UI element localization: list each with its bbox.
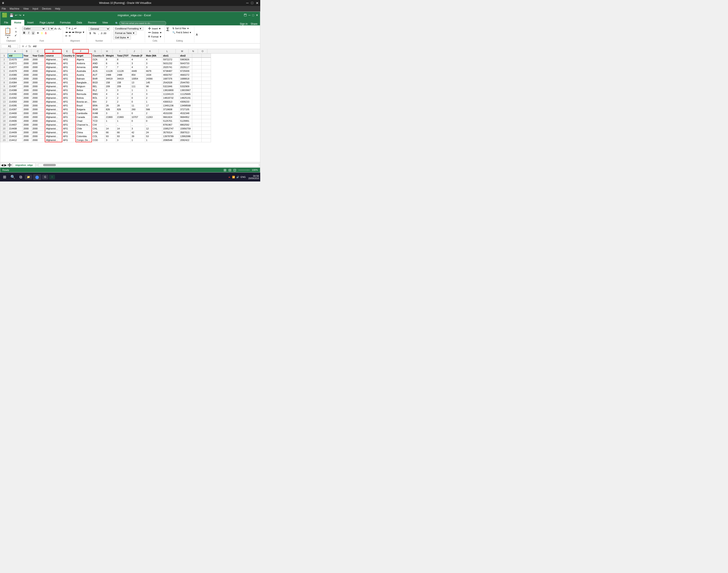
cell-r2-c3[interactable]: 2000 — [32, 58, 45, 61]
cell-r8-c13[interactable]: 2544783 — [179, 81, 192, 85]
cell-r3-c14[interactable] — [192, 61, 201, 65]
collapse-icon[interactable]: ∧ — [196, 33, 198, 37]
cell-r14-c11[interactable]: 17 — [145, 104, 162, 107]
excel-winbtn-box[interactable]: 🗔 — [244, 13, 247, 17]
cell-r19-c9[interactable]: .. — [116, 123, 131, 127]
cell-r2-c5[interactable]: AFG — [62, 58, 76, 61]
cell-r11-c7[interactable]: BMU — [92, 92, 105, 96]
cell-r21-c7[interactable]: CHN — [92, 131, 105, 134]
cell-r4-c14[interactable] — [192, 65, 201, 69]
align-bottom-btn[interactable]: ⊥ — [71, 27, 73, 30]
cell-r2-c10[interactable]: 4 — [131, 58, 145, 61]
col-header-G[interactable]: G — [89, 49, 102, 53]
undo-icon[interactable]: ↩ — [15, 13, 17, 17]
insert-cells-btn[interactable]: ➕ Insert ▼ — [147, 27, 162, 30]
col-header-F[interactable]: F — [73, 49, 89, 53]
cell-r19-c7[interactable]: CHI — [92, 123, 105, 127]
cell-r16-c11[interactable]: 2 — [145, 111, 162, 115]
cell-r22-c3[interactable]: 2000 — [32, 134, 45, 138]
cell-r3-c10[interactable]: 3 — [131, 61, 145, 65]
italic-button[interactable]: I — [27, 31, 30, 35]
cell-r21-c3[interactable]: 2000 — [32, 131, 45, 134]
cell-r18-c7[interactable]: TCD — [92, 119, 105, 123]
network-icon[interactable]: 📶 — [232, 176, 235, 178]
cell-r16-c6[interactable]: Cambodia — [76, 111, 92, 115]
cell-r11-c3[interactable]: 2000 — [32, 92, 45, 96]
cell-r6-c8[interactable]: 2488 — [105, 73, 116, 77]
cell-r2-c4[interactable]: Afghanist… — [45, 58, 62, 61]
format-as-table-btn[interactable]: Format as Table ▼ — [113, 31, 137, 35]
cell-r14-c4[interactable]: Afghanist… — [45, 104, 62, 107]
cell-r17-c1[interactable]: 214402 — [8, 115, 22, 119]
delete-cells-btn[interactable]: ➖ Delete ▼ — [147, 31, 163, 34]
cell-r8-c10[interactable]: 13 — [131, 81, 145, 85]
tab-insert[interactable]: Insert — [24, 20, 37, 25]
cell-r17-c7[interactable]: CAN — [92, 115, 105, 119]
cell-r6-c14[interactable] — [192, 73, 201, 77]
cell-r2-c1[interactable]: 214370 — [8, 58, 22, 61]
cell-r13-c2[interactable]: 2000 — [22, 100, 32, 104]
cell-r23-c14[interactable] — [192, 138, 201, 142]
cell-r13-c15[interactable] — [201, 100, 211, 104]
col-header-D[interactable]: D — [45, 49, 62, 53]
col-header-N[interactable]: N — [189, 49, 198, 53]
vm-menu-machine[interactable]: Machine — [10, 7, 19, 10]
cell-r4-c2[interactable]: 2000 — [22, 65, 32, 69]
cell-styles-btn[interactable]: Cell Styles ▼ — [113, 36, 131, 40]
cell-r14-c14[interactable] — [192, 104, 201, 107]
tab-home[interactable]: Home — [11, 20, 24, 25]
minimize-btn[interactable]: ─ — [246, 1, 249, 5]
col-header-C[interactable]: C — [31, 49, 45, 53]
decrease-font-btn[interactable]: A↓ — [58, 27, 61, 30]
cell-r21-c4[interactable]: Afghanist… — [45, 131, 62, 134]
cell-r7-c11[interactable]: 24366 — [145, 77, 162, 81]
cell-r12-c11[interactable]: 2 — [145, 96, 162, 100]
cell-r22-c15[interactable] — [201, 134, 211, 138]
cell-r4-c6[interactable]: Armenia — [76, 65, 92, 69]
excel-taskbar-btn[interactable]: X — [49, 175, 55, 179]
cell-r12-c13[interactable]: 14825191 — [179, 96, 192, 100]
cell-r20-c8[interactable]: 14 — [105, 127, 116, 131]
cell-r23-c7[interactable]: COD — [92, 138, 105, 142]
cell-r12-c12[interactable]: 14818732 — [162, 96, 179, 100]
cell-r23-c2[interactable]: 2000 — [22, 138, 32, 142]
sheet-nav-left[interactable]: ◀ — [1, 163, 3, 167]
align-center-btn[interactable]: ⬌ — [69, 31, 71, 34]
cell-r22-c14[interactable] — [192, 134, 201, 138]
col-header-J[interactable]: J — [127, 49, 142, 53]
cell-r19-c8[interactable]: .. — [105, 123, 116, 127]
cell-r13-c13[interactable]: 4309233 — [179, 100, 192, 104]
cell-r3-c7[interactable]: AND — [92, 61, 105, 65]
conditional-formatting-btn[interactable]: Conditional Formatting ▼ — [113, 27, 144, 31]
delete-dropdown[interactable]: ▼ — [160, 31, 162, 34]
cell-r19-c2[interactable]: 2000 — [22, 123, 32, 127]
close-btn[interactable]: ✕ — [256, 1, 259, 5]
cell-r7-c8[interactable]: 34419 — [105, 77, 116, 81]
cell-r5-c3[interactable]: 2000 — [32, 69, 45, 73]
cell-r16-c2[interactable]: 2000 — [22, 111, 32, 115]
chrome-btn[interactable]: ⬤ — [33, 174, 41, 180]
cell-r15-c5[interactable]: AFG — [62, 107, 76, 111]
align-top-btn[interactable]: ⊤ — [65, 27, 68, 30]
cell-r17-c13[interactable]: 9684952 — [179, 115, 192, 119]
header-cell-11[interactable]: Male [MA — [145, 54, 162, 58]
cell-r6-c13[interactable]: 4660272 — [179, 73, 192, 77]
cell-r2-c6[interactable]: Algeria — [76, 58, 92, 61]
cell-r11-c1[interactable]: 214390 — [8, 92, 22, 96]
cell-r9-c3[interactable]: 2000 — [32, 85, 45, 88]
cell-r8-c7[interactable]: BGD — [92, 81, 105, 85]
cell-r18-c3[interactable]: 2000 — [32, 119, 45, 123]
sheet-tab-migration-edge[interactable]: migration_edge — [13, 163, 36, 167]
cell-r3-c6[interactable]: Andorra — [76, 61, 92, 65]
cell-r23-c11[interactable]: 1 — [145, 138, 162, 142]
find-select-btn[interactable]: 🔍 Find & Select ▼ — [171, 31, 193, 34]
notification-icon[interactable]: 🔺 — [228, 176, 231, 178]
cell-r2-c15[interactable] — [201, 58, 211, 61]
col-header-A[interactable]: A — [8, 49, 22, 53]
cell-r13-c11[interactable]: 1 — [145, 100, 162, 104]
vm-menu-help[interactable]: Help — [55, 7, 60, 10]
cell-r20-c1[interactable]: 214408 — [8, 127, 22, 131]
cell-r21-c1[interactable]: 214409 — [8, 131, 22, 134]
cell-r10-c12[interactable]: 13816800 — [162, 88, 179, 92]
accounting-btn[interactable]: $ — [89, 31, 92, 35]
